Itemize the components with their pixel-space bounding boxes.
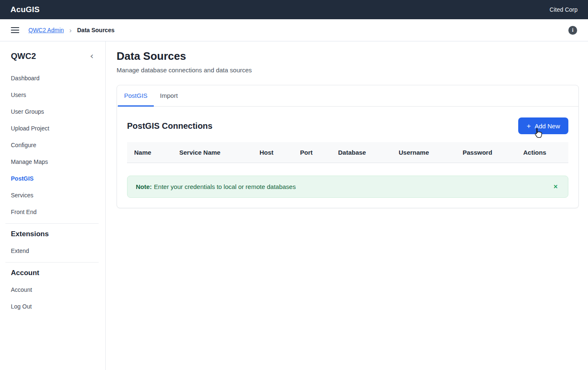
breadcrumb-link-qwc2-admin[interactable]: QWC2 Admin <box>28 27 64 33</box>
add-new-button-label: Add New <box>535 122 560 130</box>
main-content: Data Sources Manage database connections… <box>106 41 588 370</box>
data-sources-card: PostGIS Import PostGIS Connections + Add… <box>117 85 579 208</box>
sidebar-item-user-groups[interactable]: User Groups <box>0 103 105 120</box>
sidebar-item-account[interactable]: Account <box>0 281 105 298</box>
add-new-button[interactable]: + Add New <box>518 117 568 134</box>
sidebar-item-front-end[interactable]: Front End <box>0 204 105 220</box>
plus-icon: + <box>527 122 531 130</box>
column-service-name: Service Name <box>179 149 260 156</box>
sidebar-heading-extensions: Extensions <box>0 229 105 240</box>
chevron-left-icon[interactable]: ‹ <box>90 51 94 61</box>
note-alert-text: Enter your credentials to local or remot… <box>154 183 295 190</box>
column-password: Password <box>463 149 523 156</box>
info-icon[interactable]: i <box>568 26 577 35</box>
panel-title: PostGIS Connections <box>127 121 212 131</box>
connections-table: Name Service Name Host Port Database Use… <box>127 142 568 163</box>
page-title: Data Sources <box>117 49 579 63</box>
sidebar-item-users[interactable]: Users <box>0 87 105 103</box>
sidebar: QWC2 ‹ Dashboard Users User Groups Uploa… <box>0 41 106 370</box>
sidebar-item-upload-project[interactable]: Upload Project <box>0 120 105 137</box>
sidebar-item-dashboard[interactable]: Dashboard <box>0 70 105 87</box>
sidebar-item-postgis[interactable]: PostGIS <box>0 170 105 187</box>
sidebar-item-manage-maps[interactable]: Manage Maps <box>0 153 105 170</box>
column-host: Host <box>260 149 300 156</box>
column-name: Name <box>134 149 179 156</box>
sidebar-title: QWC2 <box>11 51 36 61</box>
note-alert: Note: Enter your credentials to local or… <box>127 176 568 198</box>
sidebar-nav: Dashboard Users User Groups Upload Proje… <box>0 70 105 315</box>
close-icon[interactable]: ✕ <box>552 183 560 190</box>
sidebar-heading-account: Account <box>0 268 105 278</box>
sidebar-divider <box>5 223 99 224</box>
column-database: Database <box>338 149 399 156</box>
sidebar-item-configure[interactable]: Configure <box>0 137 105 153</box>
sidebar-item-services[interactable]: Services <box>0 187 105 204</box>
note-alert-prefix: Note: <box>136 183 152 190</box>
menu-toggle-icon[interactable] <box>11 27 19 33</box>
tab-import[interactable]: Import <box>154 85 184 107</box>
page-subtitle: Manage database connections and data sou… <box>117 66 579 74</box>
sidebar-item-extend[interactable]: Extend <box>0 242 105 259</box>
tab-postgis[interactable]: PostGIS <box>118 85 154 107</box>
top-navbar: AcuGIS Cited Corp <box>0 0 588 19</box>
app-logo[interactable]: AcuGIS <box>10 5 40 14</box>
connections-table-header: Name Service Name Host Port Database Use… <box>127 142 568 163</box>
sidebar-item-log-out[interactable]: Log Out <box>0 298 105 315</box>
tab-bar: PostGIS Import <box>117 85 578 107</box>
sidebar-divider <box>5 262 99 263</box>
chevron-right-icon: › <box>69 27 72 34</box>
column-actions: Actions <box>523 149 568 156</box>
column-port: Port <box>300 149 338 156</box>
org-name: Cited Corp <box>550 6 578 13</box>
column-username: Username <box>399 149 463 156</box>
breadcrumb-bar: QWC2 Admin › Data Sources i <box>0 19 588 41</box>
breadcrumb-current: Data Sources <box>77 27 114 33</box>
